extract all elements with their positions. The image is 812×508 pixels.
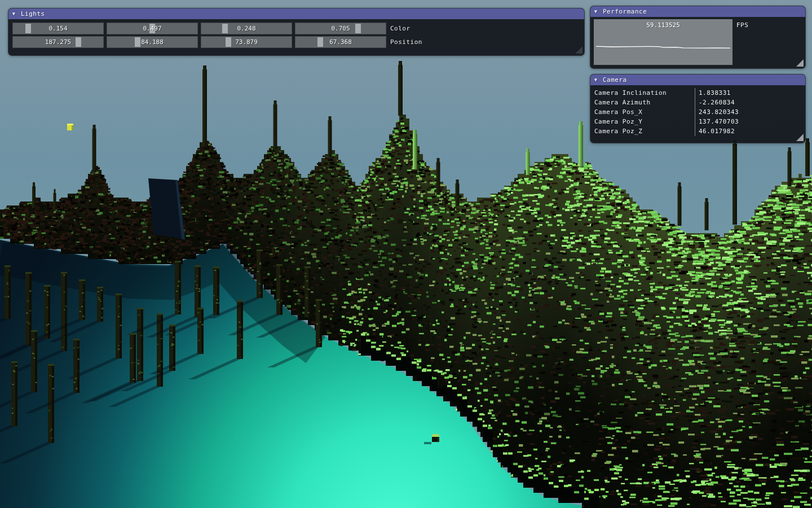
light-color-slider-1[interactable]: 0.154 [12, 23, 104, 34]
camera-row-inclination: Camera Inclination 1.838331 [590, 88, 805, 98]
light-color-slider-3[interactable]: 0.248 [201, 23, 292, 34]
light-position-slider-3[interactable]: 73.879 [201, 36, 292, 48]
lights-panel: ▼ Lights 0.154 0.497 0.248 0.705 Color 1… [8, 8, 585, 56]
camera-row-label: Camera Azimuth [594, 98, 651, 107]
collapse-arrow-icon[interactable]: ▼ [12, 8, 15, 19]
lights-panel-body: 0.154 0.497 0.248 0.705 Color 187.275 84… [12, 23, 580, 50]
collapse-arrow-icon[interactable]: ▼ [594, 75, 597, 85]
fps-value: 59.113525 [594, 21, 732, 29]
camera-panel-title: Camera [603, 75, 627, 85]
camera-row-label: Camera Poz_Y [594, 117, 642, 126]
slider-value: 0.497 [107, 23, 198, 34]
performance-panel-header[interactable]: ▼ Performance [590, 6, 805, 17]
camera-row-value: 46.017982 [699, 126, 735, 136]
camera-row-value: 137.470703 [699, 117, 739, 126]
lights-panel-header[interactable]: ▼ Lights [8, 8, 584, 19]
camera-row-pos-x: Camera Pos_X 243.820343 [590, 107, 805, 117]
camera-panel: ▼ Camera Camera Inclination 1.838331 Cam… [590, 74, 806, 143]
light-position-slider-2[interactable]: 84.188 [107, 36, 198, 48]
camera-row-value: 243.820343 [699, 107, 739, 117]
camera-rows: Camera Inclination 1.838331 Camera Azimu… [590, 88, 805, 136]
lights-panel-title: Lights [21, 8, 45, 19]
fps-graph: 59.113525 [594, 19, 732, 65]
light-color-slider-2[interactable]: 0.497 [107, 23, 198, 34]
camera-row-pos-z: Camera Poz_Z 46.017982 [590, 126, 805, 136]
slider-value: 0.705 [295, 23, 386, 34]
performance-panel: ▼ Performance 59.113525 FPS [590, 6, 806, 69]
performance-panel-title: Performance [603, 6, 647, 17]
light-position-row-label: Position [390, 36, 422, 48]
fps-label: FPS [736, 21, 748, 29]
light-position-slider-1[interactable]: 187.275 [12, 36, 104, 48]
camera-row-pos-y: Camera Poz_Y 137.470703 [590, 117, 805, 126]
light-color-row-label: Color [390, 23, 411, 34]
collapse-arrow-icon[interactable]: ▼ [594, 6, 597, 17]
light-color-row: 0.154 0.497 0.248 0.705 Color [12, 23, 580, 34]
resize-grip-icon[interactable] [796, 59, 804, 67]
slider-value: 84.188 [107, 36, 198, 48]
light-position-row: 187.275 84.188 73.879 67.368 Position [12, 36, 580, 48]
camera-row-value: 1.838331 [699, 88, 731, 98]
slider-value: 187.275 [12, 36, 104, 48]
camera-row-label: Camera Poz_Z [594, 126, 642, 136]
camera-panel-header[interactable]: ▼ Camera [590, 75, 805, 85]
camera-row-label: Camera Pos_X [594, 107, 642, 117]
slider-value: 67.368 [295, 36, 386, 48]
slider-value: 73.879 [201, 36, 292, 48]
camera-row-label: Camera Inclination [594, 88, 667, 98]
camera-row-value: -2.260834 [699, 98, 735, 107]
light-position-slider-4[interactable]: 67.368 [295, 36, 386, 48]
slider-value: 0.154 [12, 23, 104, 34]
slider-value: 0.248 [201, 23, 292, 34]
light-color-slider-4[interactable]: 0.705 [295, 23, 386, 34]
camera-row-azimuth: Camera Azimuth -2.260834 [590, 98, 805, 107]
